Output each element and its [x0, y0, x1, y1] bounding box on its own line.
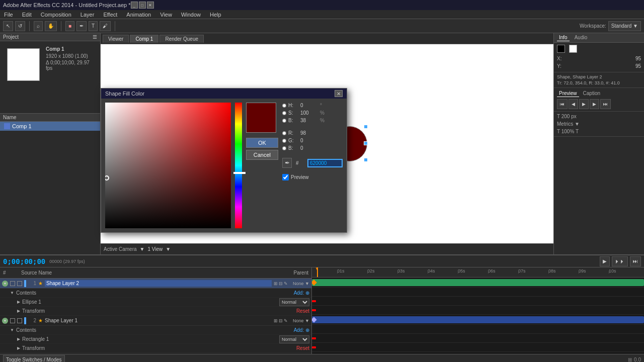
layer-add-btn-2[interactable]: Add: ⊕ — [294, 327, 309, 333]
selection-handle-tr[interactable] — [364, 125, 368, 129]
layer-lock-1[interactable] — [17, 281, 22, 286]
maximize-button[interactable]: □ — [139, 2, 146, 9]
layer-subitem-contents-1[interactable]: ▼ Contents Add: ⊕ — [0, 289, 311, 298]
track-sub-2b — [312, 334, 644, 343]
layer-edit-2[interactable]: ✎ — [284, 318, 288, 323]
selection-handle-mr[interactable] — [364, 141, 368, 145]
green-radio[interactable] — [282, 139, 286, 143]
layer-lock-2[interactable] — [17, 318, 22, 323]
blue-radio[interactable] — [282, 146, 286, 150]
time-mark-7s: 07s — [518, 268, 526, 274]
layer-add-btn-1[interactable]: Add: ⊕ — [294, 290, 309, 296]
dialog-body: OK Cancel H: 0 ° S: 100 % — [101, 99, 347, 232]
tool-zoom[interactable]: ⌕ — [34, 21, 43, 31]
layer-mode-2[interactable]: ⊟ — [279, 318, 283, 323]
layer-subitem-ellipse1[interactable]: ▶ Ellipse 1 Normal — [0, 298, 311, 307]
hex-input[interactable] — [307, 159, 343, 167]
layer-visibility-2[interactable]: ● — [2, 318, 8, 324]
layer-subitem-transform-2[interactable]: ▶ Transform Reset — [0, 344, 311, 353]
preview-last[interactable]: ⏭ — [600, 99, 611, 109]
dialog-ok-button[interactable]: OK — [246, 138, 278, 148]
bri-radio[interactable] — [282, 119, 286, 123]
layer-solo-2[interactable] — [10, 318, 15, 323]
preview-checkbox[interactable] — [282, 174, 289, 180]
red-radio[interactable] — [282, 131, 286, 135]
right-tab-audio[interactable]: Audio — [573, 34, 590, 41]
menu-edit[interactable]: Edit — [20, 12, 34, 18]
close-button[interactable]: ✕ — [147, 2, 154, 9]
layer-parent-1: None ▼ — [293, 281, 309, 286]
workspace-selector[interactable]: Standard ▼ — [608, 21, 641, 31]
layer-switch-2[interactable]: ⊞ — [274, 318, 278, 323]
selection-handle-br[interactable] — [364, 158, 368, 162]
project-menu-icon[interactable]: ☰ — [93, 34, 97, 40]
timeline-play-btn[interactable]: ▶ — [600, 256, 610, 266]
time-mark-1s: 01s — [337, 268, 345, 274]
layer-subitem-rect1[interactable]: ▶ Rectangle 1 Normal — [0, 335, 311, 344]
tool-selection[interactable]: ↖ — [3, 21, 13, 31]
preview-play[interactable]: ▶ — [579, 99, 589, 109]
green-value: 0 — [300, 138, 318, 143]
tab-render[interactable]: Render Queue — [159, 35, 204, 43]
hue-strip[interactable] — [235, 103, 242, 228]
sat-radio[interactable] — [282, 111, 286, 115]
menu-view[interactable]: View — [158, 12, 174, 18]
dialog-close-button[interactable]: ✕ — [335, 90, 343, 97]
keyframe-indicator-2 — [312, 337, 316, 339]
menu-file[interactable]: File — [2, 12, 15, 18]
playhead[interactable] — [317, 267, 318, 277]
preview-next[interactable]: ▶ — [590, 99, 599, 109]
eyedropper-btn[interactable]: ✒ — [282, 158, 292, 168]
right-tab-info[interactable]: Info — [557, 34, 570, 41]
tool-brush[interactable]: 🖌 — [100, 21, 111, 31]
layer-row-1[interactable]: ● 1 ★ Shape Layer 2 ⊞ ⊟ ✎ None ▼ — [0, 279, 311, 289]
tab-viewer[interactable]: Viewer — [103, 35, 129, 43]
layer-mode-1[interactable]: ⊟ — [279, 281, 283, 286]
menu-composition[interactable]: Composition — [39, 12, 73, 18]
timeline-ram-preview[interactable]: ⏵⏵ — [612, 256, 628, 266]
keyframe-indicator-1b — [312, 309, 316, 311]
hue-cursor — [233, 172, 246, 174]
layer-reset-btn-1[interactable]: Reset — [296, 308, 309, 314]
menu-help[interactable]: Help — [208, 12, 223, 18]
timeline-area: 0;00;00;00 00000 (29.97 fps) ▶ ⏵⏵ ⏭ # So… — [0, 254, 644, 362]
layer-subitem-contents-2[interactable]: ▼ Contents Add: ⊕ — [0, 326, 311, 335]
menu-layer[interactable]: Layer — [78, 12, 97, 18]
tool-text[interactable]: T — [89, 21, 98, 31]
tool-rotation[interactable]: ↺ — [15, 21, 25, 31]
layer-subitem-transform-1[interactable]: ▶ Transform Reset — [0, 307, 311, 316]
menu-window[interactable]: Window — [179, 12, 203, 18]
blend-mode-select-2[interactable]: Normal — [279, 335, 309, 343]
dialog-cancel-button[interactable]: Cancel — [246, 150, 278, 160]
tab-comp1[interactable]: Comp 1 — [130, 35, 158, 43]
track-row-1[interactable] — [312, 278, 644, 288]
comp-list-item-comp1[interactable]: Comp 1 — [0, 122, 100, 131]
menu-effect[interactable]: Effect — [101, 12, 119, 18]
timeline-tracks[interactable]: 01s 02s 03s 04s 05s 06s 07s 08s 09s 10s — [312, 267, 644, 354]
layer-switch-1[interactable]: ⊞ — [274, 281, 278, 286]
tool-pen[interactable]: ✒ — [76, 21, 87, 31]
track-row-2[interactable] — [312, 315, 644, 325]
preview-prev[interactable]: ◀ — [569, 99, 578, 109]
comp-tab-label: Comp 1 — [135, 36, 153, 42]
layer-row-2[interactable]: ● 2 ★ Shape Layer 1 ⊞ ⊟ ✎ None ▼ — [0, 316, 311, 326]
timeline-end-btn[interactable]: ⏭ — [630, 256, 641, 266]
layer-solo-1[interactable] — [10, 281, 15, 286]
preview-first[interactable]: ⏮ — [557, 99, 568, 109]
timeline-toggle-switches[interactable]: Toggle Switches / Modes — [3, 355, 65, 363]
layer-visibility-1[interactable]: ● — [2, 281, 8, 287]
color-dialog[interactable]: Shape Fill Color ✕ OK Cancel — [101, 88, 347, 233]
layer-reset-btn-2[interactable]: Reset — [296, 345, 309, 351]
hue-row: H: 0 ° — [282, 103, 343, 108]
tool-shape[interactable]: ■ — [65, 21, 74, 31]
right-tab-preview[interactable]: Preview — [557, 90, 579, 97]
minimize-button[interactable]: _ — [131, 2, 138, 9]
menu-animation[interactable]: Animation — [124, 12, 153, 18]
tool-pan[interactable]: ✋ — [45, 21, 57, 31]
dialog-title-text: Shape Fill Color — [105, 90, 144, 97]
blend-mode-select-1[interactable]: Normal — [279, 298, 309, 306]
right-tab-caption[interactable]: Caption — [581, 90, 602, 97]
color-picker-area[interactable] — [105, 103, 231, 228]
hue-radio[interactable] — [282, 104, 286, 108]
layer-edit-1[interactable]: ✎ — [284, 281, 288, 286]
